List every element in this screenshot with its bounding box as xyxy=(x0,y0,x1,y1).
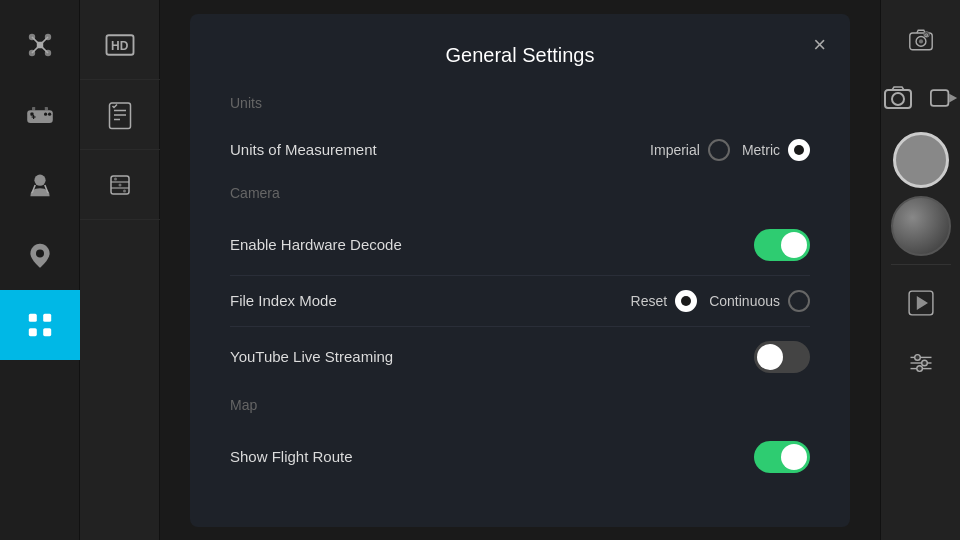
controls-youtube-streaming xyxy=(754,341,810,373)
section-units-label: Units xyxy=(230,95,810,111)
svg-point-20 xyxy=(36,249,44,257)
row-youtube-streaming: YouTube Live Streaming xyxy=(230,327,810,387)
radio-metric[interactable]: Metric xyxy=(742,139,810,161)
close-button[interactable]: × xyxy=(813,34,826,56)
radio-reset[interactable]: Reset xyxy=(631,290,698,312)
toggle-show-flight-route[interactable] xyxy=(754,441,810,473)
right-panel: ⚙ xyxy=(880,0,960,540)
svg-rect-24 xyxy=(43,328,51,336)
toggle-show-flight-route-track xyxy=(754,441,810,473)
svg-point-39 xyxy=(918,39,922,43)
sidebar-item-drone[interactable] xyxy=(0,10,80,80)
row-file-index-mode: File Index Mode Reset Continuous xyxy=(230,276,810,327)
svg-rect-9 xyxy=(27,110,53,123)
radio-imperial[interactable]: Imperial xyxy=(650,139,730,161)
sidebar-item-pilot[interactable] xyxy=(0,150,80,220)
camera-dial[interactable] xyxy=(891,196,951,256)
row-label-file-index-mode: File Index Mode xyxy=(230,292,631,309)
sidebar-item-apps[interactable] xyxy=(0,290,80,360)
shutter-button[interactable] xyxy=(893,132,949,188)
toggle-hardware-decode-thumb xyxy=(781,232,807,258)
section-units: Units Units of Measurement Imperial Metr… xyxy=(230,95,810,175)
radio-continuous-circle[interactable] xyxy=(788,290,810,312)
left-sidebar xyxy=(0,0,80,540)
svg-point-35 xyxy=(118,183,121,186)
svg-marker-48 xyxy=(916,296,927,310)
row-label-show-flight-route: Show Flight Route xyxy=(230,448,754,465)
svg-rect-8 xyxy=(36,42,42,48)
row-label-units-measurement: Units of Measurement xyxy=(230,141,650,158)
right-panel-separator xyxy=(891,264,951,265)
shutter-area xyxy=(880,80,961,256)
hd-icon: HD xyxy=(105,30,135,60)
drone-config-icon xyxy=(105,170,135,200)
svg-point-36 xyxy=(123,189,126,192)
svg-point-54 xyxy=(916,366,922,372)
controls-hardware-decode xyxy=(754,229,810,261)
row-hardware-decode: Enable Hardware Decode xyxy=(230,215,810,276)
svg-point-12 xyxy=(48,113,51,116)
inner-sidebar-item-hd[interactable]: HD xyxy=(80,10,160,80)
row-units-measurement: Units of Measurement Imperial Metric xyxy=(230,125,810,175)
svg-point-44 xyxy=(892,93,904,105)
sidebar-item-waypoint[interactable] xyxy=(0,220,80,290)
svg-text:HD: HD xyxy=(111,39,129,53)
section-map: Map Show Flight Route xyxy=(230,397,810,487)
svg-point-11 xyxy=(44,113,47,116)
row-show-flight-route: Show Flight Route xyxy=(230,427,810,487)
svg-point-34 xyxy=(114,177,117,180)
settings-panel: General Settings × Units Units of Measur… xyxy=(190,14,850,527)
svg-rect-16 xyxy=(44,107,47,110)
settings-title: General Settings xyxy=(230,44,810,67)
toggle-show-flight-route-thumb xyxy=(781,444,807,470)
playback-icon xyxy=(907,289,935,317)
toggle-youtube-streaming-thumb xyxy=(757,344,783,370)
section-map-label: Map xyxy=(230,397,810,413)
row-label-youtube-streaming: YouTube Live Streaming xyxy=(230,348,754,365)
camera-settings-icon: ⚙ xyxy=(907,26,935,54)
section-camera: Camera Enable Hardware Decode xyxy=(230,185,810,387)
radio-imperial-label: Imperial xyxy=(650,142,700,158)
photo-video-row xyxy=(880,80,961,116)
playback-btn[interactable] xyxy=(881,273,961,333)
svg-point-52 xyxy=(914,355,920,361)
photo-icon xyxy=(884,84,912,112)
toggle-hardware-decode[interactable] xyxy=(754,229,810,261)
sliders-icon xyxy=(907,349,935,377)
section-camera-label: Camera xyxy=(230,185,810,201)
waypoint-icon xyxy=(24,239,56,271)
inner-sidebar: HD xyxy=(80,0,160,540)
svg-rect-22 xyxy=(43,314,51,322)
modal-overlay: General Settings × Units Units of Measur… xyxy=(160,0,880,540)
svg-rect-21 xyxy=(28,314,36,322)
radio-imperial-circle[interactable] xyxy=(708,139,730,161)
radio-reset-circle[interactable] xyxy=(675,290,697,312)
sliders-btn[interactable] xyxy=(881,333,961,393)
svg-rect-45 xyxy=(930,90,948,106)
radio-reset-label: Reset xyxy=(631,293,668,309)
main-area: General Settings × Units Units of Measur… xyxy=(160,0,880,540)
radio-continuous-label: Continuous xyxy=(709,293,780,309)
radio-continuous[interactable]: Continuous xyxy=(709,290,810,312)
inner-sidebar-item-checklist[interactable] xyxy=(80,80,160,150)
photo-mode-btn[interactable] xyxy=(880,80,916,116)
inner-sidebar-item-drone-config[interactable] xyxy=(80,150,160,220)
controller-icon xyxy=(24,99,56,131)
controls-units-measurement: Imperial Metric xyxy=(650,139,810,161)
radio-metric-circle[interactable] xyxy=(788,139,810,161)
apps-icon xyxy=(24,309,56,341)
drone-icon xyxy=(24,29,56,61)
video-mode-btn[interactable] xyxy=(926,80,961,116)
sidebar-item-controller[interactable] xyxy=(0,80,80,150)
controls-show-flight-route xyxy=(754,441,810,473)
controls-file-index-mode: Reset Continuous xyxy=(631,290,810,312)
svg-point-53 xyxy=(921,360,927,366)
svg-rect-23 xyxy=(28,328,36,336)
row-label-hardware-decode: Enable Hardware Decode xyxy=(230,236,754,253)
svg-point-17 xyxy=(34,175,45,186)
right-camera-settings-btn[interactable]: ⚙ xyxy=(881,10,961,70)
video-icon xyxy=(930,84,958,112)
toggle-youtube-streaming[interactable] xyxy=(754,341,810,373)
checklist-icon xyxy=(105,100,135,130)
pilot-icon xyxy=(24,169,56,201)
